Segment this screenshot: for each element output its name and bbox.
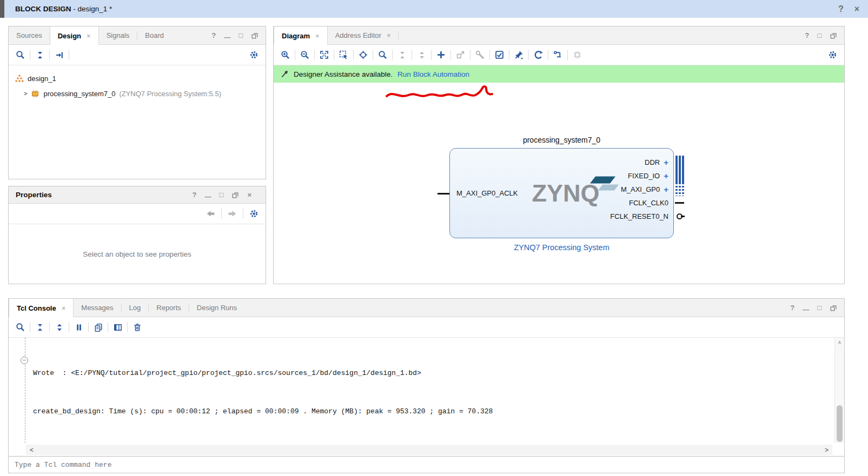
maximize-icon[interactable]: □ (220, 191, 224, 199)
zoom-to-selection-icon[interactable] (336, 48, 351, 62)
minimize-icon[interactable]: — (803, 306, 809, 313)
fit-selection-icon[interactable] (356, 48, 370, 62)
port-stub-m-axi-gp0-aclk[interactable] (438, 193, 449, 195)
tab-label: Sources (16, 31, 42, 39)
tab-diagram[interactable]: Diagram × (274, 26, 328, 45)
zoom-out-icon[interactable] (297, 48, 312, 62)
maximize-icon[interactable]: □ (238, 31, 243, 39)
collapse-all-icon[interactable] (32, 48, 47, 62)
port-stub-ddr[interactable] (675, 156, 684, 169)
back-arrow-icon[interactable] (203, 206, 218, 221)
close-tab-icon[interactable]: × (62, 304, 66, 312)
tree-item-processing-system7-0[interactable]: > processing_system7_0 (ZYNQ7 Processing… (15, 86, 266, 101)
collapse-all-icon[interactable] (32, 320, 47, 334)
tree-item-design-1[interactable]: design_1 (15, 71, 266, 86)
port-fixed-io[interactable]: FIXED_IO + (628, 170, 668, 182)
clear-console-icon[interactable] (130, 320, 144, 334)
chevron-right-icon[interactable]: > (24, 90, 27, 97)
search-icon[interactable] (13, 48, 28, 62)
divider (243, 209, 243, 219)
expand-all-icon[interactable] (414, 48, 429, 62)
validate-design-icon[interactable] (492, 48, 507, 62)
maximize-icon[interactable]: □ (817, 304, 821, 312)
customize-block-icon[interactable] (473, 48, 487, 62)
tab-design-runs[interactable]: Design Runs (189, 299, 244, 317)
help-icon[interactable]: ? (790, 304, 794, 312)
forward-arrow-icon[interactable] (225, 206, 240, 221)
scroll-right-icon[interactable]: > (825, 446, 829, 454)
float-icon[interactable] (231, 191, 239, 199)
tab-log[interactable]: Log (122, 299, 149, 317)
scroll-up-icon[interactable]: ∧ (838, 339, 842, 345)
tab-board[interactable]: Board (137, 26, 171, 44)
gear-icon[interactable] (247, 206, 261, 221)
scroll-left-icon[interactable]: < (30, 446, 34, 454)
port-m-axi-gp0[interactable]: M_AXI_GP0 + (621, 183, 668, 195)
expand-port-icon[interactable]: + (664, 171, 668, 180)
tab-design[interactable]: Design × (50, 26, 99, 45)
properties-title: Properties (16, 191, 52, 199)
float-icon[interactable] (830, 304, 837, 312)
float-icon[interactable] (830, 32, 837, 39)
help-icon[interactable]: ? (211, 31, 216, 39)
search-icon[interactable] (13, 320, 28, 334)
divider (528, 50, 529, 60)
close-icon[interactable]: × (854, 4, 859, 14)
zoom-in-icon[interactable] (278, 48, 293, 62)
gear-icon[interactable] (247, 48, 261, 62)
zynq-block[interactable]: M_AXI_GP0_ACLK ZYNQ DDR + FIXED_IO + M_A… (449, 148, 674, 238)
copy-icon[interactable] (91, 320, 105, 334)
port-stub-m-axi-gp0[interactable] (675, 183, 684, 196)
regenerate-layout-icon[interactable] (531, 48, 546, 62)
tab-signals[interactable]: Signals (99, 26, 137, 44)
port-stub-fclk-reset0-n[interactable] (677, 213, 683, 219)
pause-output-icon[interactable] (71, 320, 86, 334)
port-stub-fclk-clk0[interactable] (675, 202, 684, 204)
close-tab-icon[interactable]: × (387, 31, 391, 39)
tcl-console-output[interactable]: Wrote : <E:/PYNQ/tutorial/project_gpio/p… (9, 338, 844, 456)
tab-sources[interactable]: Sources (9, 26, 50, 44)
tab-tcl-console[interactable]: Tcl Console × (9, 299, 74, 317)
add-ip-icon[interactable] (434, 48, 448, 62)
port-fclk-clk0[interactable]: FCLK_CLK0 (629, 197, 668, 209)
vertical-scroll-thumb[interactable] (837, 405, 843, 442)
close-tab-icon[interactable]: × (315, 32, 320, 40)
horizontal-scrollbar[interactable]: < > (26, 445, 832, 455)
search-icon[interactable] (375, 48, 390, 62)
close-tab-icon[interactable]: × (87, 32, 91, 40)
scroll-to-selected-icon[interactable] (52, 48, 67, 62)
port-fclk-reset0-n[interactable]: FCLK_RESET0_N (610, 210, 668, 222)
port-m-axi-gp0-aclk[interactable]: M_AXI_GP0_ACLK (456, 189, 518, 197)
port-stub-fixed-io[interactable] (675, 169, 684, 183)
window-grip[interactable] (0, 0, 4, 18)
tab-reports[interactable]: Reports (149, 299, 189, 317)
minimize-icon[interactable]: — (224, 33, 230, 41)
pin-icon[interactable] (512, 48, 526, 62)
minimize-icon[interactable]: — (205, 193, 211, 200)
make-external-icon[interactable] (453, 48, 468, 62)
close-icon[interactable]: × (247, 191, 251, 199)
diagram-canvas[interactable]: processing_system7_0 M_AXI_GP0_ACLK ZYNQ… (274, 83, 844, 284)
gear-icon[interactable] (825, 48, 840, 62)
port-ddr[interactable]: DDR + (645, 156, 668, 168)
expand-all-icon[interactable] (52, 320, 67, 334)
float-icon[interactable] (251, 32, 259, 39)
run-block-automation-link[interactable]: Run Block Automation (397, 70, 469, 78)
expand-port-icon[interactable]: + (664, 185, 668, 194)
interface-properties-icon[interactable] (570, 48, 585, 62)
help-icon[interactable]: ? (805, 31, 809, 39)
fold-collapse-icon[interactable] (21, 357, 28, 364)
help-icon[interactable]: ? (193, 191, 197, 199)
tab-messages[interactable]: Messages (74, 299, 121, 317)
maximize-icon[interactable]: □ (817, 31, 821, 39)
optimize-routing-icon[interactable] (551, 48, 565, 62)
zoom-fit-icon[interactable] (317, 48, 332, 62)
help-icon[interactable]: ? (838, 4, 844, 14)
divider (548, 50, 548, 60)
toggle-columns-icon[interactable] (110, 320, 125, 334)
expand-port-icon[interactable]: + (664, 158, 668, 167)
tab-address-editor[interactable]: Address Editor × (328, 26, 399, 44)
tcl-command-input[interactable] (9, 457, 844, 473)
diagram-tabbar: Diagram × Address Editor × ? □ (274, 26, 844, 45)
collapse-all-icon[interactable] (395, 48, 409, 62)
